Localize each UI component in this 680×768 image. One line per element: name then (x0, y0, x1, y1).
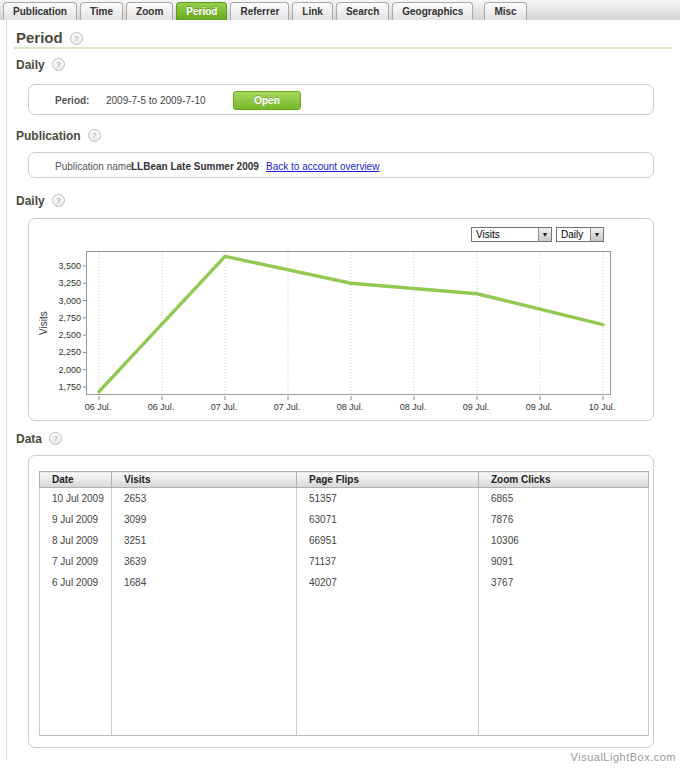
period-label: Period: (55, 95, 89, 106)
col-header-date[interactable]: Date (40, 472, 112, 488)
tab-misc[interactable]: Misc (484, 2, 526, 20)
tab-publication[interactable]: Publication (3, 2, 77, 20)
publication-heading-text: Publication (16, 129, 81, 143)
cell-page-flips: 71137 (297, 551, 479, 572)
daily-period-heading-text: Daily (16, 58, 45, 72)
cell-page-flips: 51357 (297, 488, 479, 509)
col-header-zoom-clicks[interactable]: Zoom Clicks (479, 472, 649, 488)
tab-search[interactable]: Search (336, 2, 389, 20)
cell-page-flips: 66951 (297, 530, 479, 551)
page-title-text: Period (16, 29, 63, 46)
table-row: 10 Jul 2009 2653 51357 6865 (40, 488, 649, 509)
data-panel: Date Visits Page Flips Zoom Clicks 10 Ju… (28, 455, 654, 748)
cell-date: 6 Jul 2009 (40, 572, 112, 593)
tab-period[interactable]: Period (176, 2, 227, 20)
y-tick-label: 2,500 (40, 330, 81, 340)
publication-name-value: LLBean Late Summer 2009 (131, 161, 259, 172)
daily-chart-heading-text: Daily (16, 194, 45, 208)
col-header-visits[interactable]: Visits (112, 472, 297, 488)
y-tick-label: 3,250 (40, 278, 81, 288)
x-tick-label: 07 Jul. (194, 402, 254, 412)
cell-page-flips: 40207 (297, 572, 479, 593)
col-header-page-flips[interactable]: Page Flips (297, 472, 479, 488)
cell-zoom-clicks: 3767 (479, 572, 649, 593)
interval-select-value: Daily (557, 228, 590, 241)
help-icon[interactable]: ? (52, 194, 65, 207)
tab-zoom[interactable]: Zoom (126, 2, 173, 20)
interval-select[interactable]: Daily ▼ (556, 227, 604, 242)
metric-select-value: Visits (472, 228, 538, 241)
table-row: 9 Jul 2009 3099 63071 7876 (40, 509, 649, 530)
analytics-page: Publication Time Zoom Period Referrer Li… (0, 0, 680, 768)
table-empty-area (40, 593, 649, 736)
period-value: 2009-7-5 to 2009-7-10 (106, 95, 206, 106)
chart-panel: Visits ▼ Daily ▼ Visits 1,7502,0002,2502… (28, 218, 654, 421)
metric-select[interactable]: Visits ▼ (471, 227, 552, 242)
y-tick-label: 2,000 (40, 365, 81, 375)
page-title: Period? (16, 29, 83, 46)
table-header-row: Date Visits Page Flips Zoom Clicks (40, 472, 649, 488)
chevron-down-icon: ▼ (538, 228, 551, 241)
tab-geographics[interactable]: Geographics (392, 2, 473, 20)
cell-date: 9 Jul 2009 (40, 509, 112, 530)
cell-visits: 3251 (112, 530, 297, 551)
daily-period-heading: Daily? (16, 58, 65, 72)
x-tick-label: 10 Jul. (572, 402, 632, 412)
tab-time[interactable]: Time (80, 2, 123, 20)
y-tick-label: 1,750 (40, 382, 81, 392)
page-left-border (6, 20, 7, 760)
cell-page-flips: 63071 (297, 509, 479, 530)
cell-visits: 1684 (112, 572, 297, 593)
publication-name-label: Publication name: (55, 161, 135, 172)
table-row: 6 Jul 2009 1684 40207 3767 (40, 572, 649, 593)
cell-zoom-clicks: 7876 (479, 509, 649, 530)
help-icon[interactable]: ? (70, 32, 83, 45)
help-icon[interactable]: ? (49, 432, 62, 445)
cell-zoom-clicks: 10306 (479, 530, 649, 551)
x-tick-label: 08 Jul. (383, 402, 443, 412)
line-chart (86, 251, 611, 395)
daily-chart-heading: Daily? (16, 194, 65, 208)
x-tick-label: 08 Jul. (320, 402, 380, 412)
y-tick-label: 2,750 (40, 313, 81, 323)
publication-heading: Publication? (16, 129, 101, 143)
chevron-down-icon: ▼ (590, 228, 603, 241)
watermark-link[interactable]: VisualLightBox.com (571, 751, 676, 763)
title-divider (14, 47, 672, 49)
cell-zoom-clicks: 9091 (479, 551, 649, 572)
y-tick-label: 3,500 (40, 261, 81, 271)
cell-visits: 2653 (112, 488, 297, 509)
x-tick-label: 09 Jul. (446, 402, 506, 412)
x-tick-label: 07 Jul. (257, 402, 317, 412)
back-to-account-link[interactable]: Back to account overview (266, 161, 379, 172)
cell-date: 8 Jul 2009 (40, 530, 112, 551)
table-row: 8 Jul 2009 3251 66951 10306 (40, 530, 649, 551)
tab-referrer[interactable]: Referrer (230, 2, 289, 20)
cell-visits: 3099 (112, 509, 297, 530)
x-tick-label: 09 Jul. (509, 402, 569, 412)
open-button[interactable]: Open (233, 91, 301, 110)
y-tick-label: 2,250 (40, 347, 81, 357)
x-tick-label: 06 Jul. (68, 402, 128, 412)
data-table: Date Visits Page Flips Zoom Clicks 10 Ju… (39, 471, 649, 736)
data-heading: Data? (16, 432, 62, 446)
cell-date: 7 Jul 2009 (40, 551, 112, 572)
y-tick-label: 3,000 (40, 296, 81, 306)
tab-bar: Publication Time Zoom Period Referrer Li… (0, 0, 680, 20)
data-heading-text: Data (16, 432, 42, 446)
x-tick-label: 06 Jul. (131, 402, 191, 412)
help-icon[interactable]: ? (88, 129, 101, 142)
help-icon[interactable]: ? (52, 58, 65, 71)
table-row: 7 Jul 2009 3639 71137 9091 (40, 551, 649, 572)
cell-zoom-clicks: 6865 (479, 488, 649, 509)
period-panel: Period: 2009-7-5 to 2009-7-10 Open (28, 84, 654, 115)
cell-date: 10 Jul 2009 (40, 488, 112, 509)
line-chart-svg (87, 252, 612, 396)
publication-panel: Publication name: LLBean Late Summer 200… (28, 152, 654, 178)
cell-visits: 3639 (112, 551, 297, 572)
tab-link[interactable]: Link (292, 2, 333, 20)
